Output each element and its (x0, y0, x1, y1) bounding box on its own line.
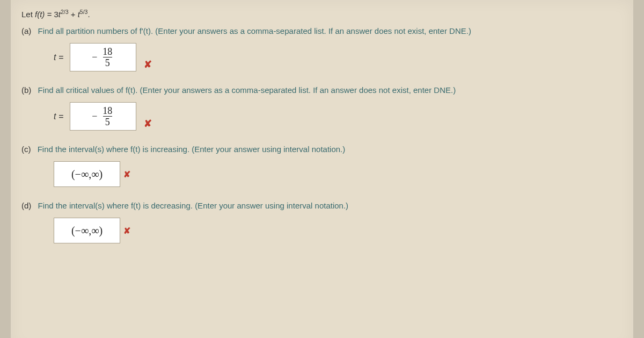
part-a-prompt: (a) Find all partition numbers of f'(t).… (21, 26, 623, 35)
part-b-text: Find all critical values of f(t). (Enter… (38, 85, 456, 95)
part-c-answer-row: (−∞,∞) ✘ (54, 161, 130, 187)
part-d: (d) Find the interval(s) where f(t) is d… (21, 201, 623, 243)
wrong-icon: ✘ (123, 169, 130, 179)
denominator: 5 (103, 116, 112, 127)
part-d-answer-value: (−∞,∞) (71, 225, 103, 237)
part-b: (b) Find all critical values of f(t). (E… (21, 85, 623, 131)
part-d-answer-row: (−∞,∞) ✘ (54, 218, 130, 243)
wrong-icon: ✘ (123, 226, 130, 236)
fraction: 18 5 (100, 106, 114, 127)
lhs: f(t) = (35, 10, 54, 19)
part-a: (a) Find all partition numbers of f'(t).… (21, 26, 623, 71)
term2-exp: 5/3 (80, 9, 88, 15)
term1-exp: 2/3 (61, 9, 69, 15)
part-a-answer-row: t = − 18 5 ✘ (54, 43, 623, 71)
denominator: 5 (103, 57, 112, 68)
function-definition: Let f(t) = 3t2/3 + t5/3. (21, 9, 623, 19)
fraction: 18 5 (100, 47, 114, 68)
part-c-text: Find the interval(s) where f(t) is incre… (38, 145, 346, 154)
part-a-answer-input[interactable]: − 18 5 (70, 43, 136, 71)
neg-sign: − (92, 52, 97, 63)
numerator: 18 (100, 47, 114, 57)
term1-coef: 3 (54, 10, 58, 19)
neg-sign: − (92, 111, 97, 122)
part-a-label: (a) (21, 26, 31, 35)
plus-sign: + (71, 10, 78, 19)
part-b-answer-row: t = − 18 5 ✘ (54, 102, 623, 131)
part-c-answer-value: (−∞,∞) (71, 168, 103, 181)
let-text: Let (21, 10, 35, 19)
wrong-icon: ✘ (144, 118, 152, 130)
part-b-answer-input[interactable]: − 18 5 (70, 102, 136, 131)
question-page: Let f(t) = 3t2/3 + t5/3. (a) Find all pa… (11, 0, 633, 338)
wrong-icon: ✘ (144, 59, 152, 70)
part-d-prompt: (d) Find the interval(s) where f(t) is d… (21, 201, 623, 210)
part-b-prompt: (b) Find all critical values of f(t). (E… (21, 85, 623, 95)
part-d-text: Find the interval(s) where f(t) is decre… (38, 201, 349, 210)
part-b-eq-label: t = (54, 112, 63, 121)
part-a-text: Find all partition numbers of f'(t). (En… (38, 26, 471, 35)
part-d-answer-input[interactable]: (−∞,∞) (54, 218, 120, 243)
numerator: 18 (100, 106, 114, 116)
part-c-answer-input[interactable]: (−∞,∞) (54, 161, 120, 187)
part-d-label: (d) (21, 201, 31, 210)
part-c: (c) Find the interval(s) where f(t) is i… (21, 145, 623, 187)
part-b-label: (b) (21, 85, 31, 95)
period: . (87, 10, 90, 19)
part-c-prompt: (c) Find the interval(s) where f(t) is i… (21, 145, 623, 154)
part-c-label: (c) (21, 145, 31, 154)
part-a-eq-label: t = (54, 53, 63, 62)
